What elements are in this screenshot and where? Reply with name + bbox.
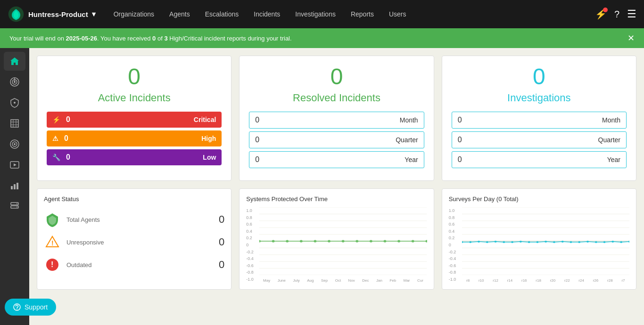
media-icon [9,160,20,170]
sidebar-item-radar[interactable] [4,73,25,91]
outdated-agents-icon: ! [44,256,61,273]
home-icon [9,56,20,66]
navbar-links: Organizations Agents Escalations Inciden… [107,7,584,22]
sidebar-item-target[interactable] [4,135,25,154]
outdated-agents-info: Outdated [66,261,213,268]
alert-close-button[interactable]: ✕ [627,33,635,43]
resolved-year-row[interactable]: 0 Year [249,151,424,168]
surveys-chart-title: Surveys Per Day (0 Total) [449,195,629,203]
nav-agents[interactable]: Agents [163,7,197,22]
stats-row: 0 Active Incidents ⚡ 0 Critical ⚠ 0 High… [37,56,636,181]
svg-point-70 [528,241,530,243]
investigations-quarter-label: Quarter [598,136,620,144]
systems-chart-inner [259,207,427,275]
investigations-card: 0 Investigations 0 Month 0 Quarter 0 Yea… [442,56,636,181]
investigations-month-label: Month [602,116,620,124]
navbar: Huntress-Product ▾ Organizations Agents … [0,0,644,28]
investigations-month-row[interactable]: 0 Month [452,112,627,129]
svg-point-45 [356,240,359,242]
sidebar-item-media[interactable] [4,155,25,174]
svg-point-78 [595,241,597,243]
resolved-incidents-title: Resolved Incidents [249,92,424,104]
svg-rect-18 [17,183,18,189]
support-icon [13,303,21,311]
svg-point-21 [17,203,17,204]
systems-y-axis: 1.00.80.60.40.20-0.2-0.4-0.6-0.8-1.0 [246,207,254,283]
svg-point-76 [578,241,580,243]
surveys-y-axis: 1.00.80.60.40.20-0.2-0.4-0.6-0.8-1.0 [449,207,456,283]
low-badge[interactable]: 🔧 0 Low [47,149,222,165]
svg-point-84 [17,309,17,310]
svg-point-63 [469,241,471,243]
svg-point-39 [272,240,275,242]
cage-icon [9,118,20,129]
support-button[interactable]: Support [5,299,56,316]
surveys-chart-inner [462,207,629,275]
nav-investigations[interactable]: Investigations [289,7,342,22]
svg-point-43 [328,240,330,242]
total-agents-label: Total Agents [66,216,213,223]
brand[interactable]: Huntress-Product ▾ [8,6,96,23]
svg-point-75 [570,241,572,243]
svg-point-42 [314,240,317,242]
systems-chart-card: Systems Protected Over Time 1.00.80.60.4… [239,188,434,290]
svg-point-71 [536,241,538,243]
critical-count: 0 [66,115,70,124]
wrench-badge-icon: 🔧 [52,154,60,161]
investigations-year-row[interactable]: 0 Year [452,151,627,168]
nav-reports[interactable]: Reports [344,7,380,22]
chart-icon [9,180,20,191]
critical-badge[interactable]: ⚡ 0 Critical [47,112,222,128]
sidebar-item-cage[interactable] [4,114,25,133]
investigations-year-label: Year [607,156,620,163]
navbar-actions: ⚡ ? ☰ [595,8,636,20]
svg-point-40 [286,240,289,242]
help-icon-btn[interactable]: ? [614,9,619,20]
nav-organizations[interactable]: Organizations [107,7,161,22]
surveys-chart-area: 1.00.80.60.40.20-0.2-0.4-0.6-0.8-1.0 [449,207,629,283]
investigations-quarter-val: 0 [458,136,462,144]
svg-point-66 [494,241,496,243]
svg-text:!: ! [51,260,53,268]
unresponsive-agents-icon: ! [44,234,61,251]
investigations-quarter-row[interactable]: 0 Quarter [452,131,627,148]
svg-point-44 [342,240,345,242]
investigations-title: Investigations [452,92,627,104]
sidebar-item-shield[interactable] [4,93,25,112]
sidebar-item-chart[interactable] [4,176,25,195]
resolved-incidents-count: 0 [249,65,424,88]
notification-dot [603,8,608,12]
lightning-badge-icon: ⚡ [52,116,60,123]
high-badge[interactable]: ⚠ 0 High [47,130,222,146]
investigations-month-val: 0 [458,116,462,124]
menu-icon-btn[interactable]: ☰ [627,8,636,20]
critical-label: Critical [194,116,216,123]
sidebar-item-home[interactable] [4,52,25,71]
systems-chart-title: Systems Protected Over Time [246,195,427,203]
resolved-month-row[interactable]: 0 Month [249,112,424,129]
resolved-month-label: Month [400,116,418,124]
investigations-year-val: 0 [458,155,462,164]
svg-rect-17 [14,184,16,189]
sidebar-item-server[interactable] [4,197,25,216]
svg-point-38 [259,240,261,242]
main-content: 0 Active Incidents ⚡ 0 Critical ⚠ 0 High… [29,48,644,325]
lightning-icon-btn[interactable]: ⚡ [595,8,607,20]
agent-status-title: Agent Status [44,195,224,203]
brand-logo-icon [8,6,25,23]
nav-incidents[interactable]: Incidents [247,7,287,22]
unresponsive-agents-item: ! Unresponsive 0 [44,234,224,251]
server-icon [9,201,20,211]
svg-point-65 [486,241,488,243]
investigations-count: 0 [452,65,627,88]
svg-point-50 [426,240,427,242]
active-incidents-card: 0 Active Incidents ⚡ 0 Critical ⚠ 0 High… [37,56,231,181]
unresponsive-agents-label: Unresponsive [66,239,213,246]
resolved-quarter-label: Quarter [396,136,418,144]
nav-users[interactable]: Users [382,7,413,22]
agent-status-card: Agent Status Total Agents 0 ! [37,188,231,290]
brand-dropdown-icon[interactable]: ▾ [92,10,96,18]
nav-escalations[interactable]: Escalations [198,7,246,22]
resolved-quarter-row[interactable]: 0 Quarter [249,131,424,148]
resolved-quarter-val: 0 [255,136,259,144]
